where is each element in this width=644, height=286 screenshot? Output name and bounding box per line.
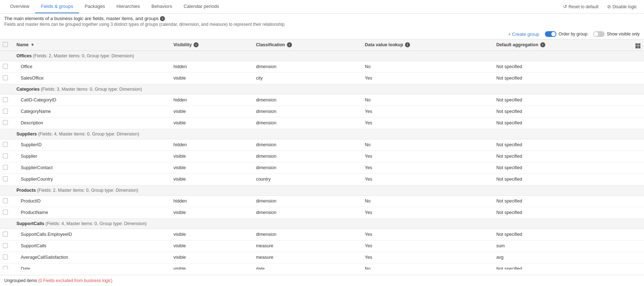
field-default-aggregation: Not specified (492, 263, 633, 270)
nav-tab-hierarchies[interactable]: Hierarchies (111, 0, 146, 13)
data-value-lookup-info-icon[interactable]: i (405, 42, 410, 47)
field-name: Description (12, 117, 169, 129)
disable-icon: ⊘ (607, 4, 611, 9)
field-data-value-lookup: No (361, 61, 492, 72)
row-checkbox[interactable] (0, 94, 12, 106)
table-row: SupplierCountry visible country Yes Not … (0, 173, 644, 185)
field-default-aggregation: Not specified (492, 61, 633, 72)
row-action (633, 207, 644, 218)
row-checkbox[interactable] (0, 162, 12, 173)
create-group-button[interactable]: + Create group (508, 32, 539, 37)
show-visible-only-toggle-group: Show visible only (593, 31, 640, 37)
field-visibility: visible (169, 263, 252, 270)
field-data-value-lookup: Yes (361, 207, 492, 218)
table-row: CategoryName visible dimension Yes Not s… (0, 106, 644, 117)
row-checkbox[interactable] (0, 240, 12, 252)
row-checkbox[interactable] (0, 106, 12, 117)
name-column-header: Name ▼ (12, 39, 169, 51)
order-by-group-toggle[interactable] (545, 31, 556, 37)
field-name: CategoryName (12, 106, 169, 117)
field-visibility: visible (169, 252, 252, 263)
field-name: CatID-CategoryID (12, 94, 169, 106)
row-action (633, 195, 644, 207)
nav-tab-packages[interactable]: Packages (79, 0, 111, 13)
field-default-aggregation: Not specified (492, 229, 633, 240)
name-filter-icon[interactable]: ▼ (30, 42, 35, 47)
field-visibility: visible (169, 207, 252, 218)
show-visible-only-toggle[interactable] (593, 31, 605, 37)
classification-info-icon[interactable]: i (287, 42, 292, 47)
nav-tab-overview[interactable]: Overview (4, 0, 35, 13)
info-icon-main[interactable]: i (160, 16, 165, 21)
row-checkbox[interactable] (0, 252, 12, 263)
reset-to-default-button[interactable]: ↺ Reset to default (560, 3, 601, 11)
disable-logic-button[interactable]: ⊘ Disable logic (604, 3, 640, 11)
row-action (633, 61, 644, 72)
reset-label: Reset to default (569, 4, 599, 9)
row-checkbox[interactable] (0, 195, 12, 207)
table-container: Name ▼ Visibility i Classification i (0, 39, 644, 270)
grid-view-header[interactable] (633, 39, 644, 51)
row-action (633, 117, 644, 129)
field-classification: measure (252, 252, 360, 263)
default-aggregation-column-header: Default aggregation i (492, 39, 633, 51)
field-classification: country (252, 173, 360, 185)
visibility-info-icon[interactable]: i (194, 42, 199, 47)
field-name: Date (12, 263, 169, 270)
table-row: SupportCalls visible measure Yes sum (0, 240, 644, 252)
field-data-value-lookup: No (361, 94, 492, 106)
visibility-column-header: Visibility i (169, 39, 252, 51)
select-all-header[interactable] (0, 39, 12, 51)
field-default-aggregation: Not specified (492, 117, 633, 129)
row-checkbox[interactable] (0, 117, 12, 129)
nav-tab-fields-groups[interactable]: Fields & groups (35, 0, 79, 13)
default-aggregation-info-icon[interactable]: i (540, 42, 545, 47)
field-data-value-lookup: Yes (361, 117, 492, 129)
field-name: AverageCallSatisfaction (12, 252, 169, 263)
row-checkbox[interactable] (0, 61, 12, 72)
row-checkbox[interactable] (0, 151, 12, 162)
field-visibility: hidden (169, 195, 252, 207)
row-checkbox[interactable] (0, 173, 12, 185)
table-row: ProductID hidden dimension No Not specif… (0, 195, 644, 207)
row-action (633, 139, 644, 151)
row-action (633, 229, 644, 240)
field-visibility: hidden (169, 94, 252, 106)
disable-label: Disable logic (613, 4, 637, 9)
table-row: Date visible date No Not specified (0, 263, 644, 270)
field-name: SalesOffice (12, 72, 169, 84)
row-checkbox[interactable] (0, 263, 12, 270)
nav-tab-calendar-periods[interactable]: Calendar periods (178, 0, 225, 13)
row-checkbox[interactable] (0, 207, 12, 218)
field-data-value-lookup: No (361, 195, 492, 207)
row-action (633, 173, 644, 185)
row-checkbox[interactable] (0, 139, 12, 151)
field-default-aggregation: Not specified (492, 151, 633, 162)
order-by-group-toggle-group: Order by group (545, 31, 587, 37)
table-row: Description visible dimension Yes Not sp… (0, 117, 644, 129)
create-group-label: + Create group (508, 32, 539, 37)
nav-tab-behaviors[interactable]: Behaviors (146, 0, 178, 13)
field-classification: dimension (252, 106, 360, 117)
field-classification: dimension (252, 229, 360, 240)
field-classification: dimension (252, 195, 360, 207)
table-row: SupportCalls.EmployeeID visible dimensio… (0, 229, 644, 240)
info-section: The main elements of a business logic ar… (0, 14, 644, 30)
row-checkbox[interactable] (0, 229, 12, 240)
field-classification: dimension (252, 61, 360, 72)
field-visibility: visible (169, 106, 252, 117)
row-checkbox[interactable] (0, 72, 12, 84)
field-default-aggregation: Not specified (492, 162, 633, 173)
field-data-value-lookup: Yes (361, 173, 492, 185)
field-classification: dimension (252, 162, 360, 173)
field-visibility: hidden (169, 61, 252, 72)
field-default-aggregation: Not specified (492, 72, 633, 84)
field-visibility: visible (169, 117, 252, 129)
field-visibility: visible (169, 173, 252, 185)
field-visibility: visible (169, 229, 252, 240)
field-data-value-lookup: Yes (361, 72, 492, 84)
table-row: SupplierContact visible dimension Yes No… (0, 162, 644, 173)
sub-info-text: Fields and master items can be grouped t… (4, 22, 284, 27)
field-default-aggregation: sum (492, 240, 633, 252)
field-name: SupplierCountry (12, 173, 169, 185)
